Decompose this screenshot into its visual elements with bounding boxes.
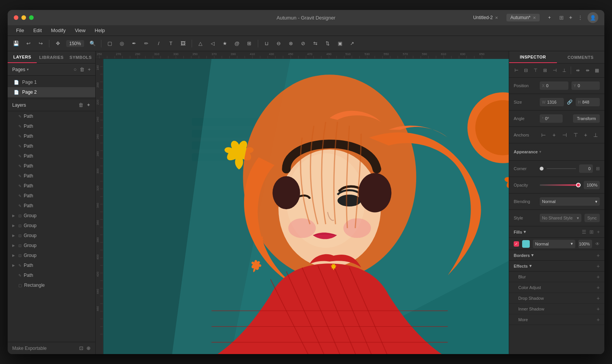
avatar[interactable]: 👤 <box>588 12 598 23</box>
bool-sub[interactable]: ⊖ <box>273 38 284 49</box>
image-tool[interactable]: 🖼 <box>178 38 189 49</box>
sync-button[interactable]: Sync <box>584 214 600 222</box>
fullscreen-button[interactable] <box>29 15 34 20</box>
layer-path-expand[interactable]: ▶ ✎ Path <box>8 260 95 270</box>
page-add-icon[interactable]: + <box>88 67 91 72</box>
layer-group-2[interactable]: ▶ ⊡ Group <box>8 221 95 231</box>
borders-add-icon[interactable]: + <box>597 252 600 258</box>
footer-export-icon[interactable]: ⊡ <box>79 345 83 351</box>
anchor-add-btn[interactable]: + <box>550 131 558 139</box>
comments-tab[interactable]: COMMENTS <box>557 51 605 63</box>
transform-button[interactable]: Transform <box>573 114 600 123</box>
path-expand-icon[interactable]: ▶ <box>12 263 16 267</box>
effect-blur-add[interactable]: + <box>597 274 600 280</box>
layer-rect[interactable]: ▢ Rectangle <box>8 280 95 290</box>
flip-v[interactable]: ⇅ <box>322 38 333 49</box>
window-icon-1[interactable]: ⊞ <box>559 15 564 21</box>
effect-inner-shadow-add[interactable]: + <box>597 306 600 312</box>
menu-file[interactable]: File <box>12 27 28 34</box>
distribute-v-btn[interactable]: ⇻ <box>583 66 592 75</box>
position-x-field[interactable]: X 0 <box>540 81 568 90</box>
tab-autumun[interactable]: Autumun* ✕ <box>506 14 540 21</box>
mask-btn[interactable]: ▣ <box>335 38 345 49</box>
align-center-h-btn[interactable]: ⊟ <box>522 66 531 75</box>
zoom-in-btn[interactable]: 🔍 <box>87 38 98 49</box>
text-tool[interactable]: T <box>166 38 176 49</box>
tab-close-icon[interactable]: ✕ <box>533 16 536 20</box>
layers-trash-icon[interactable]: 🗑 <box>78 102 83 108</box>
layers-add-icon[interactable]: ✦ <box>86 102 91 108</box>
export-btn[interactable]: ↗ <box>347 38 358 49</box>
page-item-2[interactable]: 📄 Page 2 <box>8 87 95 97</box>
tab-close-icon[interactable]: ✕ <box>495 16 498 20</box>
layer-group-3[interactable]: ▶ ⊡ Group <box>8 231 95 240</box>
close-button[interactable] <box>14 15 18 20</box>
menu-edit[interactable]: Edit <box>29 27 46 34</box>
size-h-field[interactable]: H 848 <box>576 98 600 106</box>
canvas-area[interactable]: 250 270 290 310 330 350 370 390 410 430 … <box>96 51 509 354</box>
tab-symbols[interactable]: SYMBOLS <box>66 51 95 63</box>
layer-path-5[interactable]: ✎ Path <box>8 151 95 161</box>
layer-group-5[interactable]: ▶ ⊡ Group <box>8 250 95 260</box>
layer-path-8[interactable]: ✎ Path <box>8 181 95 191</box>
link-icon[interactable]: 🔗 <box>567 99 573 105</box>
pen-tool[interactable]: ✒ <box>129 38 140 49</box>
angle-field[interactable]: ° 0° <box>540 114 563 123</box>
anchor-top-btn[interactable]: ⊤ <box>571 131 580 139</box>
effects-add-icon[interactable]: + <box>597 263 600 269</box>
layer-path-6[interactable]: ✎ Path <box>8 161 95 171</box>
canvas-content[interactable] <box>103 59 509 354</box>
effect-more-add[interactable]: + <box>597 317 600 323</box>
layer-group-4[interactable]: ▶ ⊡ Group <box>8 240 95 250</box>
layer-path-7[interactable]: ✎ Path <box>8 171 95 181</box>
distribute-h-btn[interactable]: ⇺ <box>573 66 582 75</box>
fills-list-icon[interactable]: ☰ <box>582 229 586 235</box>
anchor-left-btn[interactable]: ⊢ <box>540 131 547 139</box>
effect-color-add[interactable]: + <box>597 284 600 291</box>
layer-path-11[interactable]: ✎ Path <box>8 270 95 280</box>
window-icon-3[interactable]: ⋮ <box>578 15 583 21</box>
anchor-right-btn[interactable]: ⊣ <box>561 131 568 139</box>
window-icon-2[interactable]: ✦ <box>568 15 573 21</box>
align-top-btn[interactable]: ⊤ <box>531 66 540 75</box>
layer-path-2[interactable]: ✎ Path <box>8 121 95 131</box>
style-select[interactable]: No Shared Style ▾ <box>540 214 581 222</box>
select2-tool[interactable]: ◎ <box>117 38 127 49</box>
align-right-btn[interactable]: ⊣ <box>550 66 559 75</box>
bool-diff[interactable]: ⊘ <box>298 38 309 49</box>
layer-path-1[interactable]: ✎ Path <box>8 111 95 121</box>
fill-checkbox[interactable]: ✓ <box>514 241 519 247</box>
page-circle-icon[interactable]: ○ <box>74 67 77 72</box>
page-trash-icon[interactable]: 🗑 <box>80 67 85 72</box>
align-middle-v-btn[interactable]: ⊞ <box>541 66 550 75</box>
align-left-btn[interactable]: ⊢ <box>512 66 521 75</box>
tab-untitled[interactable]: Untitled-2 ✕ <box>469 14 502 21</box>
effect-drop-shadow-add[interactable]: + <box>597 295 600 301</box>
bool-union[interactable]: ⊔ <box>261 38 272 49</box>
bool-intersect[interactable]: ⊗ <box>286 38 296 49</box>
poly-tool[interactable]: ◁ <box>207 38 218 49</box>
opacity-slider[interactable] <box>540 184 581 186</box>
menu-modify[interactable]: Modify <box>47 27 69 34</box>
anchor-middle-btn[interactable]: + <box>581 131 590 139</box>
group-expand-icon-4[interactable]: ▶ <box>12 244 16 247</box>
save-btn[interactable]: 💾 <box>11 38 21 49</box>
blending-select[interactable]: Normal ▾ <box>540 197 600 206</box>
corner-value[interactable]: 0 <box>579 164 593 173</box>
layer-path-9[interactable]: ✎ Path <box>8 191 95 201</box>
opacity-value[interactable]: 100% <box>584 181 600 189</box>
tab-add[interactable]: + <box>544 14 555 21</box>
select-tool[interactable]: ▢ <box>104 38 115 49</box>
corner-slider[interactable] <box>547 168 576 169</box>
layer-path-10[interactable]: ✎ Path <box>8 201 95 211</box>
zoom-level[interactable]: 150% <box>66 40 84 47</box>
move-btn[interactable]: ✥ <box>52 38 63 49</box>
group-expand-icon-3[interactable]: ▶ <box>12 234 16 237</box>
corner-edit-icon[interactable]: ⊞ <box>596 166 600 171</box>
page-item-1[interactable]: 📄 Page 1 <box>8 77 95 87</box>
group-expand-icon-5[interactable]: ▶ <box>12 253 16 257</box>
layer-path-4[interactable]: ✎ Path <box>8 141 95 151</box>
undo-btn[interactable]: ↩ <box>23 38 34 49</box>
triangle-tool[interactable]: △ <box>195 38 206 49</box>
tab-libraries[interactable]: LIBRARIES <box>37 51 66 63</box>
